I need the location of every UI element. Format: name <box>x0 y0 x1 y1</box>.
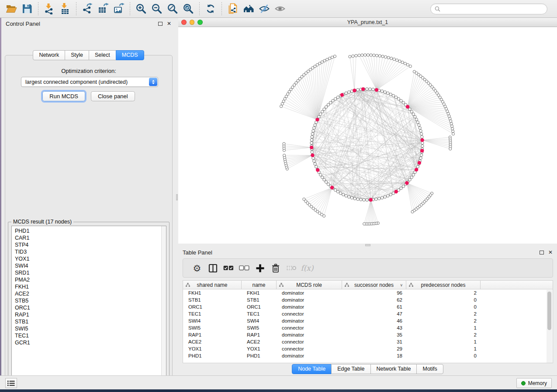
export-table-button[interactable] <box>96 1 111 16</box>
mcds-result-item[interactable]: CAR1 <box>15 234 166 241</box>
network-ring-node[interactable] <box>400 100 402 102</box>
cell-predecessor-nodes[interactable]: 0 <box>406 353 481 358</box>
network-mcds-hub-node[interactable] <box>394 190 398 193</box>
network-ring-node[interactable] <box>410 110 413 113</box>
cell-successor-nodes[interactable]: 29 <box>342 346 406 351</box>
network-mcds-hub-node[interactable] <box>369 198 373 201</box>
network-ring-node[interactable] <box>345 194 347 197</box>
cell-MCDS-role[interactable]: connector <box>277 339 342 344</box>
delete-table-button[interactable] <box>284 260 299 276</box>
network-ring-node[interactable] <box>366 199 368 201</box>
select-all-button[interactable] <box>221 260 236 276</box>
network-leaf-node[interactable] <box>401 61 404 64</box>
cell-successor-nodes[interactable]: 18 <box>342 353 406 358</box>
network-leaf-node[interactable] <box>404 62 406 65</box>
cell-shared-name[interactable]: FKH1 <box>183 290 242 296</box>
close-panel-icon[interactable]: ✕ <box>548 250 553 254</box>
network-ring-node[interactable] <box>313 160 315 162</box>
cell-name[interactable]: PHD1 <box>242 353 277 358</box>
cell-predecessor-nodes[interactable]: 1 <box>406 346 481 351</box>
network-ring-node[interactable] <box>327 103 329 106</box>
tab-edge-table[interactable]: Edge Table <box>331 364 370 374</box>
network-ring-node[interactable] <box>420 154 422 156</box>
network-mcds-hub-node[interactable] <box>420 138 424 142</box>
network-mcds-hub-node[interactable] <box>316 168 319 172</box>
network-leaf-node[interactable] <box>281 103 284 105</box>
column-header-successor-nodes[interactable]: successor nodes∨ <box>342 281 406 289</box>
cell-predecessor-nodes[interactable]: 1 <box>406 325 481 330</box>
cell-name[interactable]: ORC1 <box>242 304 277 309</box>
network-leaf-node[interactable] <box>282 100 285 103</box>
cell-name[interactable]: YOX1 <box>242 346 277 351</box>
panel-list-button[interactable] <box>5 378 17 388</box>
table-row[interactable]: FKH1FKH1dominator962 <box>183 289 553 296</box>
network-ring-node[interactable] <box>419 130 422 132</box>
network-mcds-hub-node[interactable] <box>310 146 313 149</box>
network-ring-node[interactable] <box>325 181 327 183</box>
network-ring-node[interactable] <box>323 179 325 181</box>
cell-shared-name[interactable]: STB1 <box>183 297 242 303</box>
network-ring-node[interactable] <box>311 151 313 153</box>
table-row[interactable]: YOX1YOX1connector291 <box>183 345 553 352</box>
network-ring-node[interactable] <box>421 135 423 138</box>
network-mcds-hub-node[interactable] <box>330 186 334 189</box>
network-ring-node[interactable] <box>353 197 356 200</box>
network-ring-node[interactable] <box>419 127 421 129</box>
network-mcds-hub-node[interactable] <box>418 161 421 165</box>
network-leaf-node[interactable] <box>452 133 454 135</box>
network-ring-node[interactable] <box>329 101 332 104</box>
cell-MCDS-role[interactable]: dominator <box>277 290 342 296</box>
network-leaf-node[interactable] <box>370 54 372 56</box>
network-leaf-node[interactable] <box>303 198 305 200</box>
network-mcds-hub-node[interactable] <box>415 168 418 171</box>
network-ring-node[interactable] <box>389 193 392 196</box>
tab-select[interactable]: Select <box>89 50 116 60</box>
network-ring-node[interactable] <box>356 89 359 91</box>
network-leaf-node[interactable] <box>349 55 351 58</box>
tab-style[interactable]: Style <box>65 50 89 60</box>
network-ring-node[interactable] <box>408 179 411 181</box>
cell-name[interactable]: TEC1 <box>242 311 277 316</box>
column-header-predecessor-nodes[interactable]: predecessor nodes <box>406 281 481 289</box>
mcds-result-item[interactable]: PMA2 <box>15 276 166 283</box>
cell-name[interactable]: SWI4 <box>242 318 277 323</box>
network-leaf-node[interactable] <box>358 54 360 57</box>
network-ring-node[interactable] <box>421 141 424 144</box>
mcds-result-item[interactable]: RAP1 <box>15 311 166 318</box>
network-ring-node[interactable] <box>311 135 313 138</box>
cell-shared-name[interactable]: PHD1 <box>183 353 242 358</box>
network-ring-node[interactable] <box>310 138 313 141</box>
network-ring-node[interactable] <box>414 115 416 118</box>
network-leaf-node[interactable] <box>364 54 367 56</box>
mcds-result-item[interactable]: GCR1 <box>15 339 166 346</box>
network-mcds-hub-node[interactable] <box>361 87 365 91</box>
network-leaf-node[interactable] <box>393 58 395 61</box>
cell-shared-name[interactable]: TEC1 <box>183 311 242 316</box>
splitter-grip[interactable] <box>365 244 370 246</box>
network-ring-node[interactable] <box>318 115 320 118</box>
network-leaf-node[interactable] <box>352 55 354 57</box>
cell-shared-name[interactable]: ACE2 <box>183 339 242 344</box>
network-ring-node[interactable] <box>325 106 327 108</box>
network-leaf-node[interactable] <box>283 154 286 157</box>
network-mcds-hub-node[interactable] <box>311 153 314 157</box>
cell-MCDS-role[interactable]: connector <box>277 311 342 316</box>
table-row[interactable]: TEC1TEC1connector472 <box>183 310 553 317</box>
network-ring-node[interactable] <box>311 132 314 135</box>
network-ring-node[interactable] <box>372 88 374 91</box>
mcds-result-item[interactable]: ACE2 <box>15 290 166 297</box>
mcds-result-item[interactable]: ORC1 <box>15 304 166 311</box>
network-leaf-node[interactable] <box>384 55 387 58</box>
network-leaf-node[interactable] <box>451 127 454 130</box>
network-ring-node[interactable] <box>313 127 315 129</box>
network-ring-node[interactable] <box>342 193 345 196</box>
mcds-result-item[interactable]: YOX1 <box>15 255 166 262</box>
cell-MCDS-role[interactable]: dominator <box>277 318 342 323</box>
column-header-name[interactable]: name <box>242 281 277 289</box>
cell-name[interactable]: SWI5 <box>242 325 277 330</box>
cell-shared-name[interactable]: YOX1 <box>183 346 242 351</box>
tab-node-table[interactable]: Node Table <box>292 364 332 374</box>
mcds-result-item[interactable]: STP4 <box>15 241 166 248</box>
network-ring-node[interactable] <box>418 124 420 126</box>
mcds-result-item[interactable]: SWI5 <box>15 325 166 332</box>
